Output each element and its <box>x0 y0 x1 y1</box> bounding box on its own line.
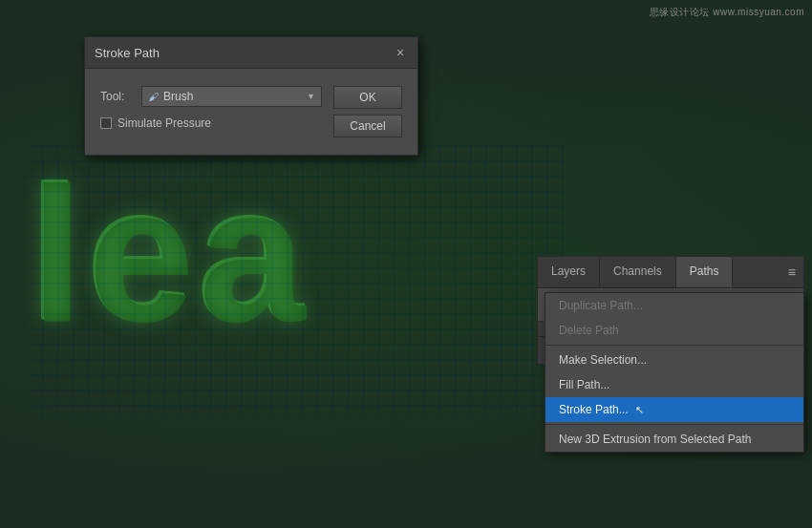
ok-button[interactable]: OK <box>333 86 402 109</box>
panel-tabs: Layers Channels Paths <box>538 257 803 287</box>
dialog-close-button[interactable]: × <box>393 45 408 60</box>
watermark: 思缘设计论坛 www.missyuan.com <box>650 6 804 19</box>
dialog-titlebar: Stroke Path × <box>85 37 417 69</box>
tab-channels[interactable]: Channels <box>600 257 676 287</box>
tool-row: Tool: 🖌 Brush ▼ <box>100 86 322 107</box>
panel-header: Layers Channels Paths ≡ <box>538 257 803 288</box>
context-menu: Duplicate Path... Delete Path Make Selec… <box>545 292 804 453</box>
menu-item-3d-extrusion[interactable]: New 3D Extrusion from Selected Path <box>545 427 803 452</box>
simulate-pressure-checkbox[interactable] <box>100 117 112 129</box>
menu-item-duplicate-path[interactable]: Duplicate Path... <box>545 293 803 318</box>
menu-item-delete-path[interactable]: Delete Path <box>545 318 803 343</box>
menu-item-make-selection[interactable]: Make Selection... <box>545 348 803 372</box>
dialog-buttons: OK Cancel <box>333 86 402 137</box>
dropdown-arrow-icon: ▼ <box>307 92 315 101</box>
tool-label: Tool: <box>100 90 134 103</box>
simulate-pressure-row: Simulate Pressure <box>100 116 322 130</box>
cancel-button[interactable]: Cancel <box>333 115 402 137</box>
dialog-title: Stroke Path <box>95 46 160 60</box>
dialog-body: Tool: 🖌 Brush ▼ Simulate Pressure OK Can… <box>85 69 417 155</box>
tab-paths[interactable]: Paths <box>676 257 734 287</box>
canvas-text-display: lea <box>29 143 564 430</box>
cursor-indicator: ↖ <box>635 404 644 416</box>
dialog-form: Tool: 🖌 Brush ▼ Simulate Pressure <box>100 86 322 137</box>
menu-separator-1 <box>545 345 803 346</box>
simulate-pressure-label: Simulate Pressure <box>118 116 211 130</box>
stroke-path-dialog: Stroke Path × Tool: 🖌 Brush ▼ Simulate P… <box>84 36 418 156</box>
tool-dropdown[interactable]: 🖌 Brush ▼ <box>141 86 322 107</box>
brush-icon: 🖌 <box>148 91 159 102</box>
menu-item-stroke-path[interactable]: Stroke Path... ↖ <box>545 397 803 422</box>
menu-separator-2 <box>545 424 803 425</box>
canvas-leaf-text: lea <box>29 143 564 363</box>
tool-name: Brush <box>163 90 302 103</box>
menu-item-fill-path[interactable]: Fill Path... <box>545 372 803 397</box>
tab-layers[interactable]: Layers <box>538 257 600 287</box>
panel-menu-icon[interactable]: ≡ <box>784 261 800 284</box>
